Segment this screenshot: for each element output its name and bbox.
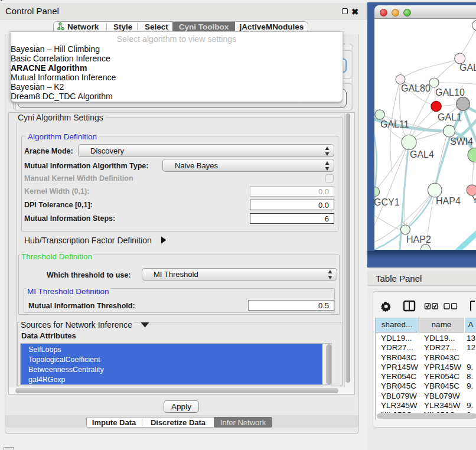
svg-text:Y: Y xyxy=(472,195,476,205)
svg-text:GAL: GAL xyxy=(459,63,476,73)
svg-text:GAL4: GAL4 xyxy=(410,149,434,159)
svg-text:HAP2: HAP2 xyxy=(406,234,431,244)
svg-text:GAL80: GAL80 xyxy=(401,83,431,93)
svg-text:GAL10: GAL10 xyxy=(435,87,465,97)
svg-text:HAP4: HAP4 xyxy=(436,196,461,206)
svg-text:GAL1: GAL1 xyxy=(438,112,462,122)
svg-text:GCY1: GCY1 xyxy=(374,197,400,207)
svg-text:GAL11: GAL11 xyxy=(380,119,409,129)
svg-text:SWI4: SWI4 xyxy=(450,136,473,146)
